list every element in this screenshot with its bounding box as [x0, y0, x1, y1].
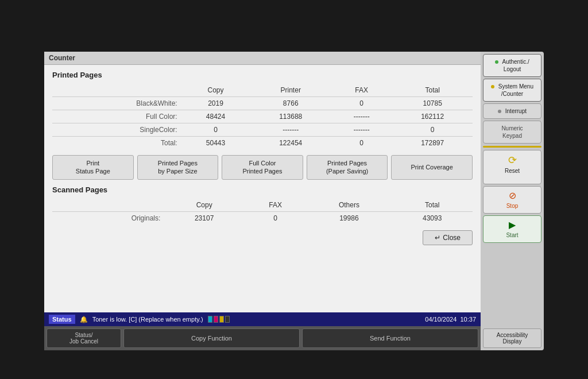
- cell-copy: 50443: [181, 137, 251, 150]
- toner-indicator: [208, 316, 230, 323]
- cell-total: 162112: [392, 110, 473, 123]
- col-header-copy: Copy: [164, 199, 245, 212]
- accessibility-label: AccessibilityDisplay: [497, 332, 528, 345]
- printed-pages-title: Printed Pages: [52, 71, 473, 79]
- close-label: Close: [443, 234, 461, 242]
- col-header-others: Others: [306, 199, 392, 212]
- start-button[interactable]: ▶ Start: [483, 215, 541, 243]
- top-bar: Counter: [44, 52, 481, 65]
- table-row: Originals: 23107 0 19986 43093: [52, 211, 473, 225]
- authentic-logout-label: Authentic./Logout: [502, 59, 529, 72]
- cell-fax: 0: [331, 137, 392, 150]
- bullet-icon: [495, 60, 498, 64]
- system-menu-label: System Menu/Counter: [498, 83, 533, 97]
- status-label: Status: [49, 315, 75, 324]
- col-header-fax: FAX: [245, 199, 307, 212]
- col-header-label: [52, 84, 181, 97]
- cell-copy: 0: [181, 123, 251, 137]
- row-label: Total:: [52, 137, 181, 150]
- return-icon: ↵: [435, 234, 440, 242]
- start-label: Start: [506, 232, 518, 238]
- print-status-page-button[interactable]: PrintStatus Page: [52, 155, 134, 180]
- close-button[interactable]: ↵ Close: [423, 230, 473, 245]
- printed-pages-paper-saving-button[interactable]: Printed Pages(Paper Saving): [307, 155, 388, 180]
- full-color-printed-pages-button[interactable]: Full ColorPrinted Pages: [222, 155, 303, 180]
- row-label: Full Color:: [52, 110, 181, 123]
- table-row: SingleColor: 0 ------- ------- 0: [52, 123, 473, 137]
- printed-pages-by-paper-size-button[interactable]: Printed Pagesby Paper Size: [137, 155, 219, 180]
- content-area: Printed Pages Copy Printer FAX Total: [44, 65, 481, 312]
- status-bar: Status 🔔 Toner is low. [C] (Replace when…: [44, 312, 481, 326]
- row-label: Originals:: [52, 211, 164, 225]
- copy-function-button[interactable]: Copy Function: [123, 328, 300, 348]
- yellow-divider: [483, 146, 541, 148]
- stop-icon: ⊘: [486, 190, 539, 202]
- status-time-display: 10:37: [460, 316, 476, 323]
- reset-label: Reset: [505, 168, 520, 174]
- cell-fax: -------: [331, 123, 392, 137]
- bullet-icon: [498, 110, 501, 113]
- close-row: ↵ Close: [52, 230, 473, 245]
- reset-button[interactable]: ⟳ Reset: [483, 150, 541, 184]
- toner-bar-magenta: [214, 316, 218, 323]
- function-bar: Status/Job Cancel Copy Function Send Fun…: [44, 326, 481, 350]
- cell-copy: 48424: [181, 110, 251, 123]
- panel-title: Counter: [49, 54, 75, 62]
- cell-printer: 113688: [250, 110, 331, 123]
- print-coverage-button[interactable]: Print Coverage: [391, 155, 473, 180]
- right-sidebar: Authentic./Logout System Menu/Counter In…: [481, 52, 544, 350]
- cell-total: 0: [392, 123, 473, 137]
- printed-pages-table: Copy Printer FAX Total Black&White: 2019…: [52, 84, 473, 149]
- interrupt-button[interactable]: Interrupt: [483, 103, 541, 119]
- send-function-button[interactable]: Send Function: [302, 328, 478, 348]
- cell-others: 19986: [306, 211, 392, 225]
- cell-copy: 23107: [164, 211, 245, 225]
- bullet-icon: [491, 85, 494, 88]
- status-message: Toner is low. [C] (Replace when empty.): [92, 316, 203, 323]
- col-header-copy: Copy: [181, 84, 251, 97]
- row-label: Black&White:: [52, 97, 181, 110]
- cell-total: 43093: [392, 211, 473, 225]
- cell-total: 172897: [392, 137, 473, 150]
- printed-pages-section: Printed Pages Copy Printer FAX Total: [52, 71, 473, 149]
- status-job-cancel-button[interactable]: Status/Job Cancel: [47, 328, 121, 348]
- table-row: Black&White: 2019 8766 0 10785: [52, 97, 473, 110]
- cell-printer: 8766: [250, 97, 331, 110]
- scanned-pages-section: Scanned Pages Copy FAX Others Total: [52, 185, 473, 225]
- interrupt-label: Interrupt: [505, 108, 527, 114]
- toner-bar-yellow: [219, 316, 224, 323]
- system-menu-counter-button[interactable]: System Menu/Counter: [483, 79, 541, 102]
- cell-total: 10785: [392, 97, 473, 110]
- cell-printer: -------: [250, 123, 331, 137]
- cell-fax: 0: [245, 211, 307, 225]
- nav-button-row: PrintStatus Page Printed Pagesby Paper S…: [52, 155, 473, 180]
- reset-icon: ⟳: [486, 154, 539, 167]
- col-header-printer: Printer: [250, 84, 331, 97]
- toner-bar-black: [225, 316, 230, 323]
- cell-fax: -------: [331, 110, 392, 123]
- col-header-total: Total: [392, 199, 473, 212]
- numeric-keypad-label: NumericKeypad: [501, 125, 523, 139]
- status-datetime: 04/10/2024 10:37: [425, 316, 476, 323]
- status-date: 04/10/2024: [425, 316, 457, 323]
- accessibility-display-button[interactable]: AccessibilityDisplay: [483, 328, 541, 348]
- scanned-pages-title: Scanned Pages: [52, 185, 473, 194]
- start-icon: ▶: [486, 219, 539, 231]
- stop-label: Stop: [506, 203, 519, 209]
- col-header-total: Total: [392, 84, 473, 97]
- authentic-logout-button[interactable]: Authentic./Logout: [483, 54, 541, 77]
- stop-button[interactable]: ⊘ Stop: [483, 186, 541, 214]
- row-label: SingleColor:: [52, 123, 181, 137]
- table-row: Full Color: 48424 113688 ------- 162112: [52, 110, 473, 123]
- col-header-fax: FAX: [331, 84, 392, 97]
- toner-warning-icon: 🔔: [80, 316, 88, 323]
- numeric-keypad-button[interactable]: NumericKeypad: [483, 121, 541, 144]
- cell-fax: 0: [331, 97, 392, 110]
- table-row: Total: 50443 122454 0 172897: [52, 137, 473, 150]
- scanned-pages-table: Copy FAX Others Total Originals: 23107 0…: [52, 199, 473, 225]
- toner-bar-cyan: [208, 316, 212, 323]
- col-header-label: [52, 199, 164, 212]
- cell-copy: 2019: [181, 97, 251, 110]
- cell-printer: 122454: [250, 137, 331, 150]
